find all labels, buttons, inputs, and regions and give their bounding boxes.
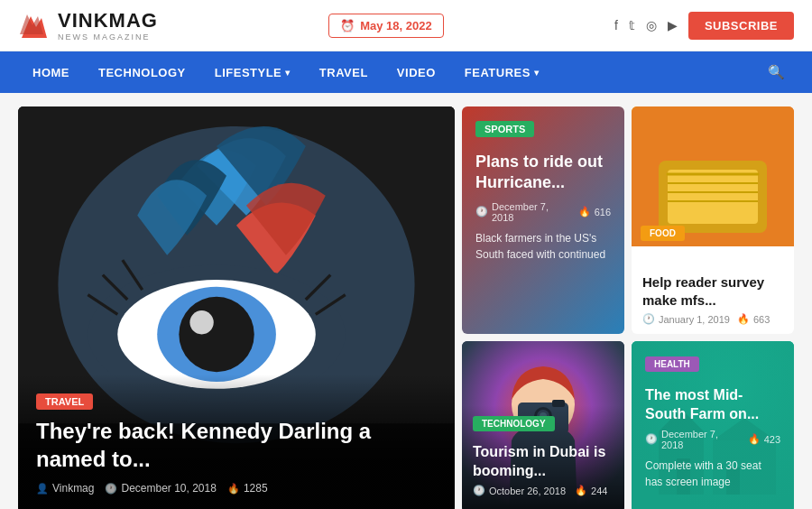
nav-home[interactable]: HOME — [18, 53, 84, 92]
logo-icon — [18, 9, 51, 42]
featured-author: 👤 Vinkmag — [36, 482, 94, 495]
technology-title: Tourism in Dubai is booming... — [473, 443, 614, 481]
svg-marker-1 — [20, 14, 43, 34]
health-title: The most Mid-South Farm on... — [645, 386, 780, 424]
sports-title: Plans to ride out Hurricane... — [475, 152, 611, 194]
nav-travel[interactable]: TRAVEL — [305, 53, 383, 92]
technology-date: 🕐 October 26, 2018 — [473, 485, 566, 496]
food-category: FOOD — [641, 226, 685, 241]
fire-icon: 🔥 — [227, 483, 240, 495]
featured-views: 🔥 1285 — [227, 482, 268, 495]
technology-views: 🔥 244 — [575, 485, 607, 496]
technology-overlay: TECHNOLOGY Tourism in Dubai is booming..… — [462, 405, 624, 509]
food-article[interactable]: FOOD Help reader survey make mfs... 🕐 Ja… — [632, 106, 794, 334]
featured-article[interactable]: TRAVEL They're back! Kennedy Darling a n… — [18, 106, 455, 509]
technology-article[interactable]: TECHNOLOGY Tourism in Dubai is booming..… — [462, 341, 624, 509]
technology-meta: 🕐 October 26, 2018 🔥 244 — [473, 485, 614, 496]
nav-features[interactable]: FEATURES ▾ — [450, 53, 554, 92]
subscribe-button[interactable]: SUBSCRIBE — [688, 12, 794, 40]
featured-date: 🕐 December 10, 2018 — [105, 482, 216, 495]
instagram-icon[interactable]: ◎ — [646, 18, 657, 32]
sports-content: SPORTS Plans to ride out Hurricane... 🕐 … — [475, 120, 611, 263]
food-date: 🕐 January 1, 2019 — [642, 313, 730, 325]
fire-icon: 🔥 — [748, 433, 761, 445]
featured-title: They're back! Kennedy Darling a named to… — [36, 417, 437, 473]
svg-point-7 — [179, 297, 254, 372]
date-display: ⏰ May 18, 2022 — [328, 14, 444, 38]
clock-icon: ⏰ — [340, 19, 355, 32]
site-header: VINKMAG NEWS MAGAZINE ⏰ May 18, 2022 f 𝕥… — [0, 0, 812, 51]
sports-date: 🕐 December 7, 2018 — [475, 201, 569, 223]
nav-video[interactable]: VIDEO — [383, 53, 450, 92]
facebook-icon[interactable]: f — [614, 18, 618, 32]
sports-article[interactable]: SPORTS Plans to ride out Hurricane... 🕐 … — [462, 106, 624, 334]
fire-icon: 🔥 — [578, 206, 591, 217]
user-icon: 👤 — [36, 483, 49, 495]
clock-icon: 🕐 — [645, 433, 658, 445]
search-button[interactable]: 🔍 — [759, 51, 794, 93]
food-body: Help reader survey make mfs... 🕐 January… — [632, 246, 794, 334]
twitter-icon[interactable]: 𝕥 — [629, 18, 635, 32]
header-date: May 18, 2022 — [360, 19, 432, 32]
technology-category: TECHNOLOGY — [473, 416, 555, 431]
clock-icon: 🕐 — [642, 313, 655, 325]
main-content: TRAVEL They're back! Kennedy Darling a n… — [0, 93, 812, 509]
main-nav: HOME TECHNOLOGY LIFESTYLE ▾ TRAVEL VIDEO… — [0, 51, 812, 93]
youtube-icon[interactable]: ▶ — [668, 18, 678, 32]
sports-views: 🔥 616 — [578, 206, 611, 217]
food-meta: 🕐 January 1, 2019 🔥 663 — [642, 313, 783, 325]
health-overlay: HEALTH The most Mid-South Farm on... 🕐 D… — [632, 341, 794, 509]
clock-icon: 🕐 — [105, 483, 117, 495]
health-views: 🔥 423 — [748, 433, 780, 445]
fire-icon: 🔥 — [737, 313, 750, 325]
health-meta: 🕐 December 7, 2018 🔥 423 — [645, 429, 780, 450]
food-views: 🔥 663 — [737, 313, 770, 325]
fire-icon: 🔥 — [575, 485, 587, 496]
nav-lifestyle[interactable]: LIFESTYLE ▾ — [200, 53, 305, 92]
featured-category: TRAVEL — [36, 393, 93, 410]
health-date: 🕐 December 7, 2018 — [645, 429, 739, 450]
clock-icon: 🕐 — [475, 206, 488, 217]
nav-technology[interactable]: TECHNOLOGY — [84, 53, 200, 92]
sports-category: SPORTS — [475, 121, 534, 137]
health-category: HEALTH — [645, 356, 699, 372]
featured-meta: 👤 Vinkmag 🕐 December 10, 2018 🔥 1285 — [36, 482, 437, 495]
features-chevron-icon: ▾ — [534, 68, 540, 78]
logo[interactable]: VINKMAG NEWS MAGAZINE — [18, 9, 158, 42]
lifestyle-chevron-icon: ▾ — [285, 68, 291, 78]
site-tagline: NEWS MAGAZINE — [58, 32, 158, 42]
sports-meta: 🕐 December 7, 2018 🔥 616 — [475, 201, 611, 223]
sports-excerpt: Black farmers in the US's South faced wi… — [475, 230, 611, 263]
svg-rect-17 — [668, 170, 758, 224]
health-excerpt: Complete with a 30 seat has screen image — [645, 458, 780, 490]
health-article[interactable]: HEALTH The most Mid-South Farm on... 🕐 D… — [632, 341, 794, 509]
food-title: Help reader survey make mfs... — [642, 273, 783, 309]
food-badge-wrapper: FOOD — [641, 224, 685, 248]
site-name: VINKMAG — [58, 9, 158, 32]
clock-icon: 🕐 — [473, 485, 485, 496]
featured-overlay: TRAVEL They're back! Kennedy Darling a n… — [18, 375, 455, 509]
article-grid: TRAVEL They're back! Kennedy Darling a n… — [18, 106, 794, 509]
svg-point-8 — [189, 310, 213, 334]
social-links: f 𝕥 ◎ ▶ SUBSCRIBE — [614, 12, 794, 40]
